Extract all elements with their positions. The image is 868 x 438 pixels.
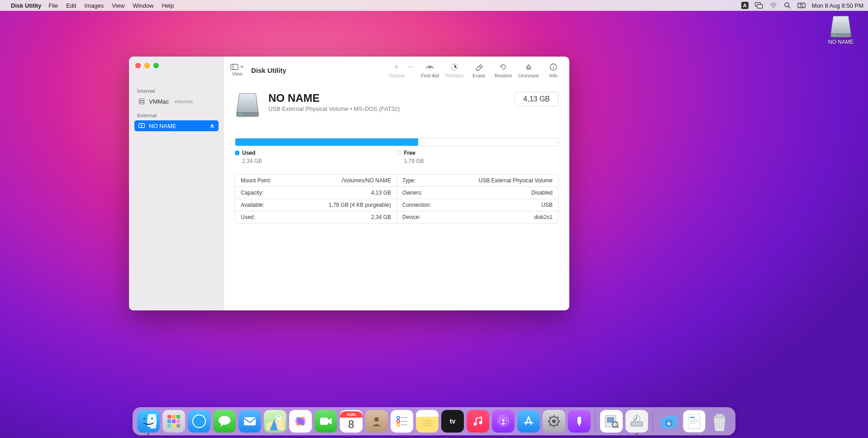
dock-launchpad[interactable]: [162, 410, 185, 433]
dock-tv[interactable]: tv: [441, 410, 464, 433]
wifi-icon[interactable]: [769, 2, 777, 9]
info-key: Mount Point:: [241, 177, 271, 184]
dock-feedback[interactable]: [568, 410, 591, 433]
menu-window[interactable]: Window: [133, 2, 153, 9]
eject-icon: [525, 62, 532, 72]
dock-podcasts[interactable]: [492, 410, 515, 433]
dock-reminders[interactable]: [391, 410, 413, 433]
dock-preview[interactable]: [600, 410, 623, 433]
app-name[interactable]: Disk Utility: [11, 2, 41, 9]
dock-settings[interactable]: [543, 410, 565, 433]
dock-notes[interactable]: [416, 410, 439, 433]
desktop-disk[interactable]: NO NAME: [823, 14, 859, 45]
control-strip-icon[interactable]: [797, 2, 806, 9]
dock-safari[interactable]: [188, 410, 210, 433]
dock-separator: [595, 411, 596, 433]
svg-rect-83: [690, 423, 696, 424]
usage-used-segment: [235, 138, 418, 146]
menu-view[interactable]: View: [112, 2, 124, 9]
content: View Disk Utility Volume First Aid: [224, 57, 569, 310]
menu-images[interactable]: Images: [85, 2, 104, 9]
zoom-button[interactable]: [153, 63, 159, 68]
unmount-button[interactable]: Unmount: [518, 62, 539, 78]
dock-diskutility[interactable]: [625, 410, 648, 433]
svg-line-67: [557, 424, 558, 426]
view-menu-button[interactable]: View: [230, 64, 244, 76]
svg-line-69: [549, 424, 551, 426]
close-button[interactable]: [135, 63, 141, 68]
info-value: 2,34 GB: [371, 214, 391, 220]
dock-mail[interactable]: [238, 410, 261, 433]
partition-icon: [450, 62, 458, 72]
minimize-button[interactable]: [144, 63, 150, 68]
svg-rect-23: [553, 67, 553, 69]
menubar-datetime[interactable]: Mon 8 Aug 8:50 PM: [812, 2, 863, 9]
svg-point-46: [397, 416, 400, 419]
sidebar-heading-external: External: [134, 111, 219, 120]
disk-utility-window: Internal VMMac volumes External NO NAME: [129, 57, 569, 310]
svg-point-11: [139, 99, 144, 100]
sidebar-item-label: VMMac: [149, 98, 169, 105]
svg-rect-44: [320, 418, 328, 425]
control-center-icon[interactable]: [755, 2, 763, 9]
menu-edit[interactable]: Edit: [66, 2, 76, 9]
dock-calendar[interactable]: AUG 8: [340, 410, 362, 433]
input-source-icon[interactable]: A: [741, 2, 749, 9]
sidebar-item-vmmac[interactable]: VMMac volumes: [134, 96, 219, 107]
info-button[interactable]: Info: [544, 62, 563, 78]
svg-point-37: [219, 416, 230, 425]
calendar-month: AUG: [340, 411, 362, 418]
spotlight-icon[interactable]: [784, 2, 791, 9]
info-value: 4,13 GB: [371, 190, 391, 196]
info-row: Connection:USB: [397, 199, 558, 211]
info-row: Owners:Disabled: [397, 186, 558, 199]
svg-rect-31: [176, 419, 180, 423]
svg-rect-16: [210, 127, 214, 128]
volume-add-button: Volume: [387, 62, 406, 78]
dock-finder[interactable]: [137, 410, 160, 433]
calendar-day: 8: [348, 418, 354, 431]
window-controls: [135, 63, 159, 68]
dock-appstore[interactable]: [517, 410, 540, 433]
dock-facetime[interactable]: [315, 410, 337, 433]
info-value: disk2s1: [534, 214, 553, 220]
menu-help[interactable]: Help: [162, 2, 174, 9]
svg-point-10: [802, 6, 803, 7]
svg-rect-2: [757, 5, 763, 8]
restore-button[interactable]: Restore: [494, 62, 513, 78]
window-title: Disk Utility: [251, 67, 286, 74]
svg-rect-29: [167, 419, 171, 423]
svg-point-13: [139, 102, 144, 104]
dock-trash[interactable]: [708, 410, 731, 433]
menu-file[interactable]: File: [48, 2, 58, 9]
svg-point-61: [552, 419, 556, 423]
dock-maps[interactable]: [264, 410, 286, 433]
volume-title: NO NAME: [268, 92, 400, 105]
info-grid: Mount Point:/Volumes/NO NAMECapacity:4,1…: [235, 174, 558, 224]
svg-rect-20: [526, 69, 531, 70]
sidebar-item-noname[interactable]: NO NAME: [134, 120, 219, 131]
dock-music[interactable]: [467, 410, 489, 433]
info-value: 1,79 GB (4 KB purgeable): [329, 202, 391, 208]
desktop-disk-label: NO NAME: [823, 39, 859, 45]
dock-photos[interactable]: [289, 410, 312, 433]
info-key: Capacity:: [241, 190, 263, 196]
usage-free-segment: [418, 138, 558, 146]
svg-line-68: [557, 417, 558, 418]
svg-line-66: [549, 417, 551, 418]
first-aid-button[interactable]: First Aid: [420, 62, 439, 78]
eject-icon[interactable]: [210, 123, 215, 129]
info-key: Used:: [241, 214, 255, 220]
info-value: USB External Physical Volume: [479, 177, 553, 184]
svg-rect-34: [176, 424, 180, 428]
usage-bar: [235, 138, 558, 146]
erase-button[interactable]: Erase: [469, 62, 488, 78]
dock-downloads[interactable]: [658, 410, 680, 433]
dock-recent-doc[interactable]: [683, 410, 706, 433]
dock-messages[interactable]: [213, 410, 236, 433]
svg-rect-6: [798, 3, 805, 8]
svg-rect-30: [172, 419, 176, 423]
svg-rect-27: [172, 415, 176, 419]
dock-contacts[interactable]: [365, 410, 388, 433]
svg-point-22: [553, 65, 554, 66]
